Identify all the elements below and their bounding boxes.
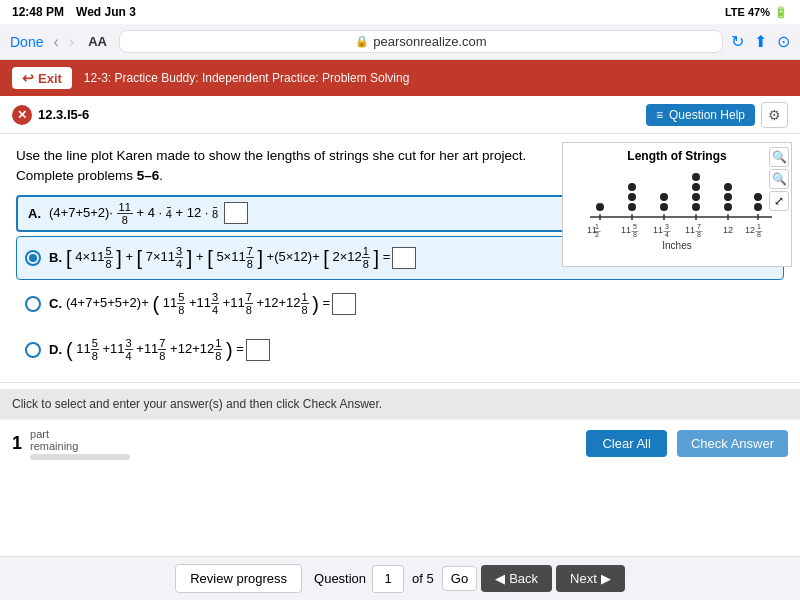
part-label: part remaining: [30, 428, 130, 452]
option-d-answer-box[interactable]: [246, 339, 270, 361]
question-label: Question: [314, 571, 366, 586]
date-display: Wed Jun 3: [76, 5, 136, 19]
header-right: ≡ Question Help ⚙: [646, 102, 788, 128]
browser-actions: ↻ ⬆ ⊙: [731, 32, 790, 51]
question-help-button[interactable]: ≡ Question Help: [646, 104, 755, 126]
reload-button[interactable]: ↻: [731, 32, 744, 51]
progress-bar: [30, 454, 130, 460]
option-b-radio[interactable]: [25, 250, 41, 266]
help-icon: ≡: [656, 108, 663, 122]
zoom-controls: 🔍 🔍 ⤢: [769, 147, 789, 211]
aa-button[interactable]: AA: [88, 34, 107, 49]
go-button[interactable]: Go: [442, 566, 477, 591]
option-b-answer-box[interactable]: [392, 247, 416, 269]
review-progress-button[interactable]: Review progress: [175, 564, 302, 593]
svg-text:11: 11: [685, 225, 695, 235]
lineplot-title: Length of Strings: [571, 149, 783, 163]
zoom-in-button[interactable]: 🔍: [769, 147, 789, 167]
svg-point-14: [754, 193, 762, 201]
url-bar[interactable]: 🔒 pearsonrealize.com: [119, 30, 723, 53]
exit-button[interactable]: ↩ Exit: [12, 67, 72, 89]
check-answer-button[interactable]: Check Answer: [677, 430, 788, 457]
svg-text:8: 8: [697, 231, 701, 238]
svg-point-10: [724, 203, 732, 211]
option-b-expr: [ 4×1158 ] + [ 7×1134 ] + [ 5×1178 ] +(5…: [66, 242, 390, 274]
clear-all-button[interactable]: Clear All: [586, 430, 666, 457]
problem-text: Use the line plot Karen made to show the…: [16, 146, 536, 187]
next-button[interactable]: Next ▶: [556, 565, 625, 592]
svg-point-4: [660, 203, 668, 211]
next-arrow-icon: ▶: [601, 571, 611, 586]
svg-point-5: [660, 193, 668, 201]
share-button[interactable]: ⬆: [754, 32, 767, 51]
svg-text:12: 12: [745, 225, 755, 235]
question-nav: Question of 5 Go: [314, 565, 477, 593]
top-bar: ↩ Exit 12-3: Practice Buddy: Independent…: [0, 60, 800, 96]
option-c-expr: (4+7+5+5+2)+ ( 1158 +1134 +1178 +12+1218…: [66, 288, 330, 320]
exit-icon: ↩: [22, 70, 34, 86]
signal-display: LTE 47%: [725, 6, 770, 18]
top-bar-title: 12-3: Practice Buddy: Independent Practi…: [84, 71, 410, 85]
option-b-label: B.: [49, 250, 62, 265]
option-c-radio[interactable]: [25, 296, 41, 312]
next-label: Next: [570, 571, 597, 586]
time-display: 12:48 PM: [12, 5, 64, 19]
gear-button[interactable]: ⚙: [761, 102, 788, 128]
lineplot-container: Length of Strings: [562, 142, 792, 267]
exit-label: Exit: [38, 71, 62, 86]
answer-controls: 1 part remaining Clear All Check Answer: [0, 419, 800, 468]
of-total: of 5: [412, 571, 434, 586]
forward-nav-button[interactable]: ›: [67, 33, 76, 51]
main-content: Use the line plot Karen made to show the…: [0, 134, 800, 382]
browser-bar: Done ‹ › AA 🔒 pearsonrealize.com ↻ ⬆ ⊙: [0, 24, 800, 60]
part-number: 1: [12, 433, 22, 453]
option-d-row[interactable]: D. ( 1158 +1134 +1178 +12+1218 ) =: [16, 328, 784, 372]
question-number-input[interactable]: [372, 565, 404, 593]
option-c-row[interactable]: C. (4+7+5+5+2)+ ( 1158 +1134 +1178 +12+1…: [16, 282, 784, 326]
option-d-expr: ( 1158 +1134 +1178 +12+1218 ) =: [66, 334, 244, 366]
done-button[interactable]: Done: [10, 34, 43, 50]
svg-text:8: 8: [757, 231, 761, 238]
svg-point-7: [692, 193, 700, 201]
expand-button[interactable]: ⤢: [769, 191, 789, 211]
svg-point-6: [692, 203, 700, 211]
bottom-nav: Review progress Question of 5 Go ◀ Back …: [0, 556, 800, 600]
back-nav-button[interactable]: ‹: [51, 33, 60, 51]
status-bar: 12:48 PM Wed Jun 3 LTE 47% 🔋: [0, 0, 800, 24]
option-d-radio[interactable]: [25, 342, 41, 358]
help-label: Question Help: [669, 108, 745, 122]
gear-icon: ⚙: [768, 107, 781, 123]
back-button[interactable]: ◀ Back: [481, 565, 552, 592]
instruction-bar: Click to select and enter your answer(s)…: [0, 389, 800, 419]
question-id: 12.3.I5-6: [38, 107, 89, 122]
instruction-text: Click to select and enter your answer(s)…: [12, 397, 382, 411]
url-text: pearsonrealize.com: [373, 34, 486, 49]
svg-text:12: 12: [723, 225, 733, 235]
option-a-answer-box[interactable]: [224, 202, 248, 224]
svg-text:4: 4: [665, 231, 669, 238]
svg-text:2: 2: [595, 231, 599, 238]
svg-point-1: [628, 203, 636, 211]
svg-point-12: [724, 183, 732, 191]
svg-point-11: [724, 193, 732, 201]
svg-point-3: [628, 183, 636, 191]
zoom-out-button[interactable]: 🔍: [769, 169, 789, 189]
back-arrow-icon: ◀: [495, 571, 505, 586]
option-c-answer-box[interactable]: [332, 293, 356, 315]
more-button[interactable]: ⊙: [777, 32, 790, 51]
bold-numbers: 5–6: [137, 168, 160, 183]
lineplot-graphic: 11 1 — 2 11 5 — 8 11 3 — 4 11 7 — 8 12 1…: [582, 167, 772, 257]
svg-text:11: 11: [653, 225, 663, 235]
svg-point-8: [692, 183, 700, 191]
svg-text:Inches: Inches: [662, 240, 691, 251]
option-d-label: D.: [49, 342, 62, 357]
x-badge: ✕: [12, 105, 32, 125]
divider: [0, 382, 800, 383]
option-a-label: A.: [28, 206, 41, 221]
svg-point-0: [596, 203, 604, 211]
question-id-badge: ✕ 12.3.I5-6: [12, 105, 89, 125]
lock-icon: 🔒: [355, 35, 369, 48]
option-c-label: C.: [49, 296, 62, 311]
option-a-expr: (4+7+5+2)· 11 8 + 4 · 4 + 12 · 8: [49, 201, 218, 226]
svg-point-13: [754, 203, 762, 211]
